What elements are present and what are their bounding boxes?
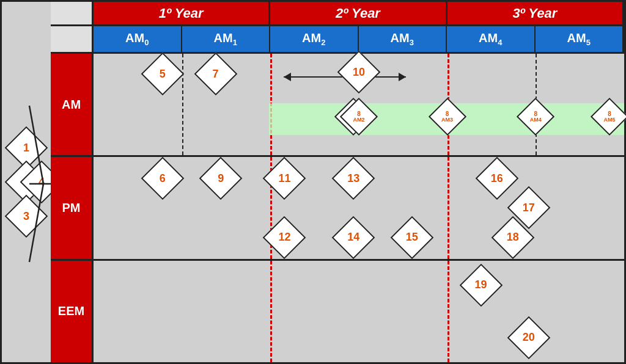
main-container: 1 2 3 4	[0, 0, 626, 364]
diamond-20: 20	[514, 322, 544, 353]
left-panel: 1 2 3 4	[2, 2, 51, 362]
am3-header: AM3	[359, 26, 447, 54]
header-years: 1º Year 2º Year 3º Year	[51, 2, 624, 26]
connector-svg	[2, 2, 51, 362]
eem-row-label: EEM	[51, 261, 94, 362]
svg-line-0	[29, 106, 43, 184]
diamond-8-am3: 8AM3	[434, 103, 461, 130]
diamond-10: 10	[344, 57, 374, 87]
am5-header: AM5	[536, 26, 625, 54]
am2-header: AM2	[270, 26, 359, 54]
svg-line-2	[29, 184, 43, 262]
pm-row-label: PM	[51, 157, 94, 258]
diamond-8-am2: 8AM2	[345, 103, 372, 130]
diamond-8-am4: 8AM4	[522, 103, 549, 130]
diamond-19: 19	[466, 270, 496, 300]
year1-header: 1º Year	[94, 2, 270, 26]
eem-row-content: 19 20	[94, 261, 624, 362]
am0-header: AM0	[94, 26, 182, 54]
am-row-content: 5 7	[94, 54, 624, 155]
pm-content-row: PM 6 9	[51, 157, 624, 260]
dashed-line-4	[447, 157, 449, 258]
pm-row-content: 6 9 11 12	[94, 157, 624, 258]
diamond-8-am5: 8AM5	[596, 103, 623, 130]
corner-spacer	[51, 2, 94, 26]
diamond-11: 11	[269, 163, 300, 194]
am4-header: AM4	[447, 26, 536, 54]
diamond-16: 16	[482, 163, 512, 194]
year3-header: 3º Year	[447, 2, 624, 26]
diamond-9: 9	[205, 163, 236, 194]
am1-header: AM1	[182, 26, 271, 54]
dashed-line-5	[270, 261, 272, 362]
arrow-right-head	[399, 73, 406, 81]
diamond-12: 12	[269, 222, 300, 253]
dashed-line-6	[447, 261, 449, 362]
right-panel: 1º Year 2º Year 3º Year AM0 AM1 AM2 AM3 …	[51, 2, 624, 362]
header-am: AM0 AM1 AM2 AM3 AM4 AM5	[51, 26, 624, 54]
diamond-15: 15	[397, 222, 427, 253]
dashed-black-line-am1	[182, 54, 183, 155]
diamond-7: 7	[201, 59, 231, 89]
diamond-17: 17	[514, 192, 544, 223]
diamond-18: 18	[498, 222, 528, 253]
diamond-5: 5	[147, 59, 178, 89]
diamond-6: 6	[147, 163, 178, 194]
diamond-14: 14	[338, 222, 369, 253]
am-spacer	[51, 26, 94, 54]
am-content-row: AM 5 7	[51, 54, 624, 157]
eem-content-row: EEM 19 20	[51, 261, 624, 362]
year2-header: 2º Year	[270, 2, 447, 26]
am-row-label: AM	[51, 54, 94, 155]
content-rows: AM 5 7	[51, 54, 624, 362]
diamond-13: 13	[338, 163, 369, 194]
arrow-left-head	[284, 73, 291, 81]
